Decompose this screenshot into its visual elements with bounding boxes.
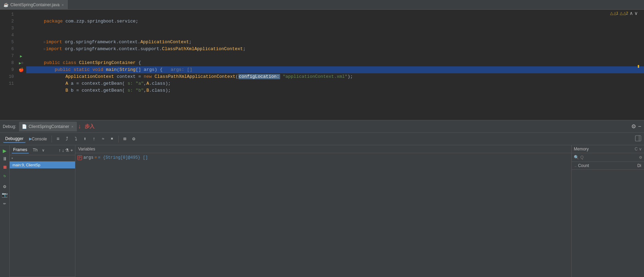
variables-header: Variables [75,145,571,153]
frames-panel-header: Frames Th ∨ ↑ ↓ ⚗ + [10,145,75,155]
debug-tab[interactable]: 📄 ClientSpringContainer × [19,122,77,131]
search-icon: 🔍 [574,155,579,160]
frames-tab[interactable]: Frames [12,147,29,154]
dis-column-label: Di [637,163,641,168]
run-to-cursor-button[interactable]: ↑ [90,135,98,143]
line-numbers: 12345 67891011 [0,10,17,120]
threads-tab[interactable]: Th [31,147,39,153]
debugger-tab-button[interactable]: Debugger [3,135,26,143]
debug-tab-close[interactable]: × [71,124,73,129]
settings3-button[interactable]: ⚙ [1,183,9,190]
breakpoint-9: 🍎 [19,67,24,73]
settings2-button[interactable]: ⚙ [130,135,138,143]
minimize-button[interactable]: − [638,123,641,130]
count-dots: .. [574,163,577,168]
debug-label: Debug: [3,124,16,129]
show-frames-button[interactable]: ≡ [54,135,62,143]
editor-tab[interactable]: ☕ ClientSpringContainer.java × [0,0,68,10]
memory-search-input[interactable] [580,155,639,160]
var-equals: = [94,155,97,160]
count-header: .. Count Di [572,162,644,170]
console-tab-button[interactable]: ▶ Console [27,135,49,143]
frame-filter-button[interactable]: ⚗ [65,148,69,153]
code-editor: 12345 67891011 ▶ ▶ ⊙ 🍎 package com.zzp.s… [0,10,644,120]
settings-button[interactable]: ⚙ [631,123,636,130]
frame-up-button[interactable]: ↑ [58,148,61,153]
memory-search-row: 🔍 ⚙ [572,153,644,162]
panel-layout-icon [635,135,641,141]
step-into-button[interactable]: ⤵ [72,135,80,143]
var-value-args: = {String[0]@495} [] [98,155,148,160]
editor-tab-bar: ☕ ClientSpringContainer.java × [0,0,644,10]
nav-down-button[interactable]: ∨ [634,10,638,16]
step-arrow-annotation: ↓ [78,123,81,130]
stop-button[interactable]: ⏹ [1,164,9,171]
unknown-btn[interactable]: ✏ [1,199,9,207]
java-file-icon: ☕ [3,2,9,7]
memory-body: 🔍 ⚙ .. Count Di [572,153,644,277]
frame-add-button[interactable]: + [70,148,73,153]
frames-panel: Frames Th ∨ ↑ ↓ ⚗ + ▾ main:9, ClientSp ▲… [10,145,75,277]
tab-close-button[interactable]: × [62,3,64,7]
memory-settings-button[interactable]: ⚙ [639,155,642,160]
step-annotation-text: 步入 [85,123,94,130]
right-memory-panel: Memory C ∨ 🔍 ⚙ .. Count Di sses loaded. … [571,145,644,277]
frame-scroll-area: ▾ [10,155,75,161]
toolbar-separator-2 [118,136,119,142]
debug-buttons-row: Debugger ▶ Console ≡ ⤴ ⤵ ⬆ ↑ ≈ ✖ ⊞ ⚙ [0,133,644,145]
debug-file-icon: 📄 [22,124,27,129]
frame-down-button[interactable]: ↓ [62,148,64,153]
step-over-button[interactable]: ⤴ [63,135,71,143]
variables-label: Variables [78,147,95,151]
var-name-args: args [83,155,93,160]
console-icon: ▶ [29,137,32,141]
toolbar-separator-1 [52,136,52,142]
run-indicator-8: ▶ [19,61,21,65]
warning-count-2: △△2 [620,11,628,16]
editor-warnings: △△1 △△2 ∧ ∨ [610,10,638,16]
frame-panel-actions: ↑ ↓ ⚗ + [58,148,73,153]
memory-label: Memory [574,147,635,151]
rerun-button[interactable]: ↻ [1,172,9,179]
code-line-3 [26,25,644,32]
debug-panel: ▶ ⏸ ⏹ ↻ ⚙ 📷 ✏ Frames Th ∨ ↑ ↓ ⚗ + ▾ main… [0,145,644,277]
variables-panel: Variables P args = = {String[0]@495} [] [75,145,571,277]
variables-content: P args = = {String[0]@495} [] [75,153,571,277]
code-line-7: public class ClientSpringContainer { [26,53,644,59]
editor-gutter: ▶ ▶ ⊙ 🍎 [17,10,25,120]
memory-dropdown[interactable]: C ∨ [635,147,642,151]
memory-header: Memory C ∨ [572,145,644,153]
pause-button[interactable]: ⏸ [1,155,9,163]
svg-rect-0 [635,136,641,141]
yellow-scroll-indicator [638,65,639,68]
frame-dropdown2[interactable]: ▾ [11,156,13,160]
run-indicator-7: ▶ [20,54,22,58]
debug-toolbar: Debug: 📄 ClientSpringContainer × ↓ 步入 ⚙ … [0,120,644,133]
debug-left-actions: ▶ ⏸ ⏹ ↻ ⚙ 📷 ✏ [0,145,10,277]
tab-filename: ClientSpringContainer.java [10,2,59,7]
resume-button[interactable]: ▶ [1,147,9,155]
nav-up-button[interactable]: ∧ [629,10,633,16]
debug-tab-name: ClientSpringContainer [29,124,69,129]
threads-dropdown[interactable]: ∨ [42,148,45,153]
table-view-button[interactable]: ⊞ [121,135,129,143]
right-panel-toggle[interactable] [635,135,641,143]
step-out-button[interactable]: ⬆ [81,135,89,143]
evaluate-button[interactable]: ≈ [99,135,107,143]
camera-button[interactable]: 📷 [1,191,9,198]
code-area: package com.zzp.springboot.service; ⊢imp… [25,10,644,120]
var-p-badge: P [77,155,82,160]
code-line-4: ⊢import org.springframework.context.Appl… [26,32,644,39]
count-column-label: Count [578,163,637,168]
warning-count-1: △△1 [610,11,618,16]
variable-row-args: P args = = {String[0]@495} [] [77,155,569,160]
frame-item[interactable]: main:9, ClientSp [10,161,75,168]
code-line-1: package com.zzp.springboot.service; [26,11,644,18]
reset-button[interactable]: ✖ [108,135,116,143]
